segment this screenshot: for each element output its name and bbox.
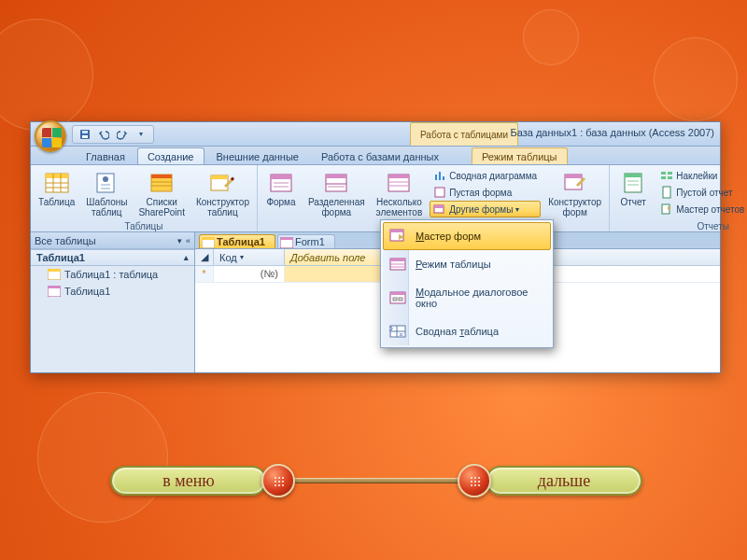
btn-form-design-label: Конструктор форм (548, 197, 601, 217)
column-header-id[interactable]: Код ▾ (214, 249, 285, 265)
btn-blank-form-label: Пустая форма (449, 188, 512, 198)
svg-rect-48 (663, 187, 670, 198)
form-design-icon (562, 170, 588, 196)
save-icon[interactable] (78, 128, 92, 141)
svg-rect-55 (48, 286, 61, 288)
btn-report-wizard-label: Мастер отчетов (676, 204, 744, 215)
sort-indicator-icon: ▾ (240, 253, 244, 261)
svg-rect-45 (668, 172, 672, 175)
btn-sharepoint-lists[interactable]: Списки SharePoint (134, 167, 188, 220)
col-id-label: Код (219, 252, 237, 263)
btn-table[interactable]: Таблица (35, 167, 78, 210)
table-icon (44, 170, 70, 196)
btn-table-design[interactable]: Конструктор таблиц (192, 167, 253, 220)
split-form-icon (323, 170, 349, 196)
svg-rect-33 (439, 172, 441, 180)
svg-rect-22 (274, 182, 289, 184)
menu-pivot-label: Сводная таблица (416, 326, 499, 337)
qat-customize-icon[interactable]: ▾ (134, 128, 148, 141)
tab-home[interactable]: Главная (76, 147, 135, 164)
svg-rect-59 (280, 237, 293, 240)
btn-multiple-items[interactable]: Несколько элементов (373, 167, 427, 220)
tab-external-data[interactable]: Внешние данные (206, 147, 309, 164)
btn-report[interactable]: Отчет (613, 167, 653, 210)
nav-item-table1-form[interactable]: Таблица1 (31, 283, 194, 300)
column-header-add[interactable]: Добавить поле (285, 249, 388, 265)
nav-back-knob[interactable] (261, 464, 295, 497)
form-icon (268, 170, 294, 196)
svg-point-10 (103, 176, 108, 182)
svg-rect-37 (434, 205, 444, 208)
btn-form[interactable]: Форма (261, 167, 301, 210)
svg-rect-23 (274, 186, 289, 188)
btn-labels-label: Наклейки (676, 171, 717, 181)
chevron-down-icon[interactable]: ▾ (177, 236, 182, 245)
svg-rect-32 (435, 175, 437, 180)
btn-blank-report[interactable]: Пустой отчет (656, 184, 747, 201)
btn-pivot-chart-label: Сводная диаграмма (449, 171, 537, 181)
cell-add-new[interactable] (285, 266, 388, 282)
svg-rect-21 (271, 175, 291, 179)
btn-split-form[interactable]: Разделенная форма (304, 167, 369, 220)
svg-rect-29 (388, 175, 409, 178)
svg-rect-25 (326, 175, 346, 178)
nav-connector (289, 478, 463, 483)
svg-rect-69 (399, 298, 402, 301)
select-all-cell[interactable]: ◢ (195, 249, 214, 265)
doc-tab-table1[interactable]: Таблица1 (199, 234, 275, 248)
menu-pivot-table[interactable]: Сводная таблица (383, 317, 551, 345)
doc-tab-label: Form1 (295, 236, 325, 247)
svg-rect-39 (565, 175, 582, 178)
svg-rect-44 (661, 172, 666, 175)
btn-pivot-chart[interactable]: Сводная диаграмма (430, 167, 541, 184)
form-icon (48, 286, 61, 297)
nav-pane-header[interactable]: Все таблицы ▾ « (31, 232, 194, 249)
ribbon-group-reports: Отчет Наклейки Пустой отчет Мастер отчет… (610, 165, 747, 231)
nav-item-table1-table[interactable]: Таблица1 : таблица (31, 266, 194, 283)
tab-datasheet[interactable]: Режим таблицы (472, 147, 568, 164)
nav-next-button[interactable]: дальше (486, 466, 642, 496)
contextual-tab-group: Работа с таблицами (410, 122, 518, 146)
svg-rect-41 (625, 174, 641, 177)
nav-next-knob[interactable] (458, 464, 491, 497)
svg-rect-27 (328, 186, 345, 188)
menu-modal-label: Модальное диалоговое окно (416, 287, 543, 309)
cell-id-new[interactable]: (№) (214, 266, 285, 282)
menu-modal-dialog[interactable]: Модальное диалоговое окно (383, 278, 551, 317)
nav-back-button[interactable]: в меню (110, 466, 267, 496)
slide-nav: в меню дальше (110, 461, 642, 500)
svg-rect-42 (627, 180, 639, 182)
btn-report-label: Отчет (620, 197, 645, 207)
labels-icon (660, 169, 673, 182)
tab-create[interactable]: Создание (137, 147, 204, 164)
svg-rect-63 (390, 259, 405, 261)
datasheet-icon (389, 257, 406, 272)
btn-report-wizard[interactable]: Мастер отчетов (656, 201, 747, 217)
btn-form-design[interactable]: Конструктор форм (544, 167, 605, 220)
svg-rect-1 (82, 131, 88, 133)
more-forms-dropdown: Мастер форм Режим таблицы Модальное диал… (380, 219, 554, 348)
ribbon-tabs: Главная Создание Внешние данные Работа с… (31, 147, 720, 165)
redo-icon[interactable] (116, 128, 129, 141)
report-wizard-icon (660, 203, 673, 216)
ribbon-group-tables: Таблица Шаблоны таблиц Списки SharePoint… (31, 165, 258, 231)
btn-table-templates[interactable]: Шаблоны таблиц (82, 167, 131, 220)
tab-database-tools[interactable]: Работа с базами данных (311, 147, 449, 164)
btn-blank-form[interactable]: Пустая форма (430, 184, 541, 201)
doc-tab-form1[interactable]: Form1 (277, 234, 335, 248)
document-area: Все таблицы ▾ « Таблица1 ▴ Таблица1 : та… (31, 232, 720, 372)
undo-icon[interactable] (97, 128, 110, 141)
btn-labels[interactable]: Наклейки (656, 167, 747, 184)
menu-form-wizard[interactable]: Мастер форм (383, 222, 551, 250)
form-wizard-icon (389, 229, 406, 244)
pivot-chart-icon (433, 169, 446, 182)
menu-datasheet[interactable]: Режим таблицы (383, 250, 551, 278)
btn-more-forms-label: Другие формы (449, 204, 513, 215)
svg-rect-47 (668, 176, 672, 179)
office-button[interactable] (35, 120, 66, 152)
nav-category[interactable]: Таблица1 ▴ (31, 249, 194, 266)
table-templates-icon (93, 170, 120, 196)
btn-blank-report-label: Пустой отчет (676, 188, 732, 198)
btn-more-forms[interactable]: Другие формы ▾ (430, 201, 541, 217)
collapse-pane-icon[interactable]: « (186, 236, 190, 245)
